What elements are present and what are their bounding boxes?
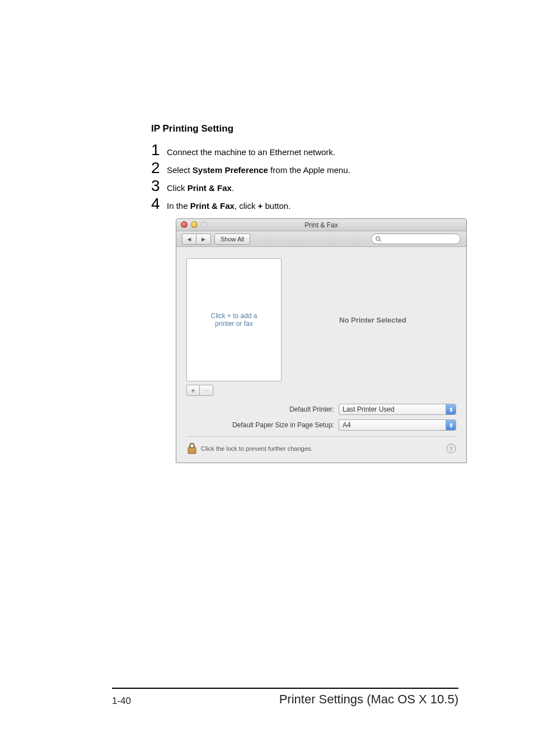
- search-icon: [375, 236, 382, 242]
- search-input[interactable]: [371, 234, 461, 244]
- svg-text:?: ?: [450, 445, 453, 452]
- updown-arrows-icon: [446, 420, 456, 430]
- section-title-footer: Printer Settings (Mac OS X 10.5): [279, 692, 458, 707]
- step-1: 1 Connect the machine to an Ethernet net…: [151, 142, 458, 158]
- toolbar: ◄ ► Show All: [176, 231, 466, 247]
- step-number: 1: [151, 142, 167, 158]
- step-text: Connect the machine to an Ethernet netwo…: [167, 147, 335, 157]
- step-text: Click Print & Fax.: [167, 183, 234, 193]
- updown-arrows-icon: [446, 404, 456, 414]
- page-number: 1-40: [112, 696, 131, 707]
- window-body: Click + to add a printer or fax No Print…: [176, 247, 466, 463]
- remove-printer-button: −: [200, 385, 213, 396]
- help-icon[interactable]: ?: [446, 444, 456, 454]
- printer-list-placeholder: Click + to add a printer or fax: [210, 312, 257, 328]
- close-icon[interactable]: [181, 221, 188, 228]
- step-number: 4: [151, 196, 167, 212]
- screenshot-wrapper: Print & Fax ◄ ► Show All Click + to add …: [176, 218, 458, 463]
- printer-detail-pane: No Printer Selected: [289, 258, 456, 381]
- lock-row: Click the lock to prevent further change…: [186, 436, 456, 455]
- step-number: 3: [151, 178, 167, 194]
- lock-text: Click the lock to prevent further change…: [201, 445, 312, 452]
- printer-list[interactable]: Click + to add a printer or fax: [186, 258, 282, 381]
- page: IP Printing Setting 1 Connect the machin…: [0, 0, 534, 756]
- svg-line-1: [380, 240, 381, 241]
- zoom-icon[interactable]: [201, 221, 208, 228]
- window-title: Print & Fax: [176, 221, 466, 229]
- paper-size-label: Default Paper Size in Page Setup:: [232, 421, 334, 429]
- printer-row: Click + to add a printer or fax No Print…: [186, 258, 456, 381]
- prefs-window: Print & Fax ◄ ► Show All Click + to add …: [176, 218, 467, 463]
- step-4: 4 In the Print & Fax, click + button.: [151, 196, 458, 212]
- step-3: 3 Click Print & Fax.: [151, 178, 458, 194]
- nav-segment: ◄ ►: [182, 234, 211, 245]
- form-rows: Default Printer: Last Printer Used Defau…: [186, 404, 456, 431]
- step-text: Select System Preference from the Apple …: [167, 165, 350, 175]
- footer-separator: [112, 688, 458, 689]
- show-all-button[interactable]: Show All: [214, 234, 250, 245]
- no-printer-label: No Printer Selected: [339, 316, 406, 324]
- add-remove-segment: + −: [186, 385, 456, 396]
- step-2: 2 Select System Preference from the Appl…: [151, 160, 458, 176]
- add-printer-button[interactable]: +: [186, 385, 200, 396]
- paper-size-row: Default Paper Size in Page Setup: A4: [186, 419, 456, 431]
- step-text: In the Print & Fax, click + button.: [167, 201, 291, 211]
- default-printer-value: Last Printer Used: [343, 405, 395, 413]
- paper-size-popup[interactable]: A4: [339, 419, 456, 431]
- step-number: 2: [151, 160, 167, 176]
- section-heading: IP Printing Setting: [151, 123, 458, 134]
- default-printer-label: Default Printer:: [289, 405, 334, 413]
- back-button[interactable]: ◄: [182, 234, 196, 245]
- lock-icon[interactable]: [186, 442, 198, 455]
- default-printer-row: Default Printer: Last Printer Used: [186, 404, 456, 415]
- forward-button[interactable]: ►: [196, 234, 211, 245]
- minimize-icon[interactable]: [191, 221, 198, 228]
- svg-point-0: [376, 236, 380, 240]
- window-titlebar: Print & Fax: [176, 219, 466, 231]
- traffic-lights: [181, 221, 208, 228]
- svg-rect-2: [188, 447, 196, 454]
- paper-size-value: A4: [343, 421, 351, 429]
- default-printer-popup[interactable]: Last Printer Used: [339, 404, 456, 415]
